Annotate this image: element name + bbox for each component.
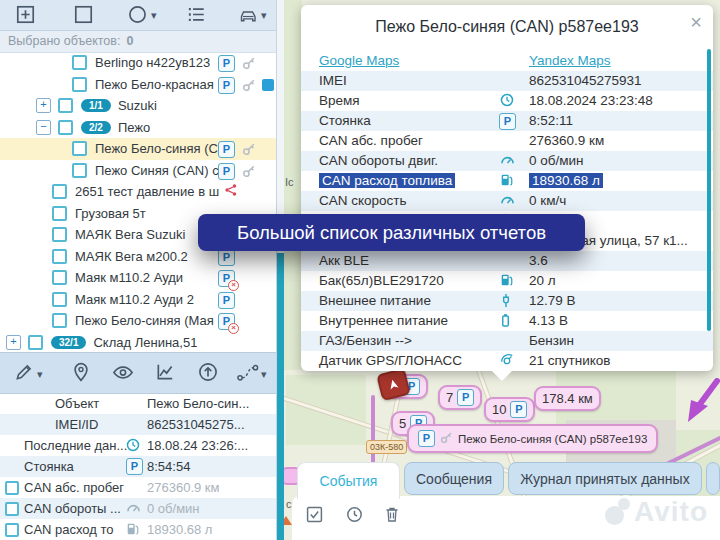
unit-row-pezho-belo-sinyaya-selected[interactable]: Пежо Бело-синяя (С P (0, 138, 276, 160)
cluster-count: 10 (492, 402, 506, 417)
unit-checkbox[interactable] (52, 227, 67, 242)
visibility-eye-icon[interactable] (112, 365, 134, 384)
distance-label: 178.4 км (542, 391, 593, 406)
chevron-down-icon[interactable]: ▾ (261, 368, 267, 381)
list-view-icon[interactable] (186, 5, 206, 28)
unit-checkbox[interactable] (52, 270, 67, 285)
collapse-icon[interactable]: − (36, 120, 51, 135)
tab-data-log[interactable]: Журнал принятых данных (508, 462, 702, 495)
detail-row-can-mileage[interactable]: CAN абс. пробег 276360.9 км (301, 131, 713, 151)
map-cluster-badge-10[interactable]: 10 P (484, 397, 535, 422)
unit-row-pezho-sinyaya[interactable]: Пежо Синяя (CAN) с P (0, 160, 276, 182)
detail-row-gas-petrol[interactable]: ГАЗ/Бензин --> Бензин (301, 331, 713, 351)
parking-icon[interactable]: P (218, 163, 235, 180)
detail-label: Бак(65л)BLE291720 (319, 273, 444, 288)
parking-icon[interactable]: P (218, 77, 235, 94)
detail-row-tank[interactable]: Бак(65л)BLE291720 20 л (301, 271, 713, 291)
tab-messages[interactable]: Сообщения (404, 462, 504, 495)
detail-row-parking[interactable]: Стоянка P 8:52:11 (301, 111, 713, 131)
detail-row-external-power[interactable]: Внешнее питание 12.79 В (301, 291, 713, 311)
group-row-pezho[interactable]: − 2/2 Пежо (0, 117, 276, 139)
unit-row-pezho-belo-krasnaya[interactable]: Пежо Бело-красная P (0, 74, 276, 96)
unit-row-berlingo[interactable]: Berlingo н422ув123 P (0, 52, 276, 74)
parking-icon[interactable]: P (218, 292, 235, 309)
sensor-checkbox[interactable] (5, 502, 19, 516)
unit-checkbox[interactable] (72, 141, 87, 156)
parking-off-icon[interactable]: P (218, 270, 235, 287)
group-checkbox[interactable] (58, 120, 73, 135)
map-cluster-badge-7[interactable]: 7 P (438, 385, 482, 410)
unit-checkbox[interactable] (52, 292, 67, 307)
select-square-icon[interactable] (74, 5, 93, 28)
group-row-sklad-lenina[interactable]: + 32/1 Склад Ленина,51 (0, 332, 276, 354)
unit-label: Пежо Бело-синяя (С (95, 141, 218, 156)
gauge-icon (500, 153, 515, 168)
unit-list: Berlingo н422ув123 P Пежо Бело-красная P… (0, 52, 276, 353)
detail-value: 21 спутников (529, 353, 611, 368)
unit-stats-table: Объект Пежо Бело-син... IMEI/ID 86253104… (0, 393, 276, 540)
history-clock-icon[interactable] (346, 506, 363, 527)
detail-row-internal-power[interactable]: Внутреннее питание 4.13 В (301, 311, 713, 331)
car-filter-icon[interactable] (238, 7, 259, 27)
unit-checkbox[interactable] (52, 313, 67, 328)
select-all-checkbox-icon[interactable] (306, 506, 323, 527)
group-checkbox[interactable] (28, 335, 43, 350)
sidebar-scrollbar[interactable] (277, 253, 284, 540)
detail-row-can-speed[interactable]: CAN скорость 0 км/ч (301, 191, 713, 211)
unit-actions-toolbar: ▾ ▾ (0, 352, 276, 394)
chevron-down-icon[interactable]: ▾ (261, 9, 267, 22)
unit-checkbox[interactable] (72, 163, 87, 178)
detail-row-gps-sensor[interactable]: Датчик GPS/ГЛОНАСС 21 спутников (301, 351, 713, 371)
trash-icon[interactable] (384, 506, 400, 527)
sensor-checkbox[interactable] (5, 523, 19, 537)
group-label: Пежо (118, 120, 150, 135)
detail-row-can-fuel-selected[interactable]: CAN расход топлива 18930.68 л (301, 171, 713, 191)
stat-value: 18930.68 л (147, 522, 212, 537)
send-command-icon[interactable] (198, 362, 218, 386)
google-maps-link[interactable]: Google Maps (319, 53, 399, 68)
chevron-down-icon[interactable]: ▾ (37, 368, 43, 381)
popup-scrollbar[interactable] (707, 49, 711, 331)
parking-icon[interactable]: P (218, 55, 235, 72)
parking-off-icon[interactable]: P (218, 313, 235, 330)
expand-icon[interactable]: + (36, 98, 51, 113)
select-circle-icon[interactable] (128, 5, 147, 28)
close-icon[interactable]: × (690, 12, 702, 32)
group-checkbox[interactable] (58, 98, 73, 113)
unit-row-pezho-belo-sinyaya-mayak[interactable]: Пежо Бело-синяя (Мая P (0, 310, 276, 332)
yandex-maps-link[interactable]: Yandex Maps (529, 53, 611, 68)
popup-detail-rows: Google Maps Yandex Maps IMEI 86253104527… (301, 51, 713, 371)
route-icon[interactable] (236, 364, 260, 385)
detail-row-akk-ble[interactable]: Акк BLE 3.6 (301, 251, 713, 271)
unit-row-2651-test[interactable]: 2651 тест давление в ш (0, 181, 276, 203)
unit-checkbox[interactable] (52, 184, 67, 199)
sensor-checkbox[interactable] (5, 481, 19, 495)
expand-icon[interactable]: + (6, 335, 21, 350)
tab-partial[interactable] (706, 462, 720, 495)
unit-row-mayak-m110-audi[interactable]: Маяк м110.2 Ауди P (0, 267, 276, 289)
location-pin-icon[interactable] (72, 362, 90, 386)
parking-icon[interactable]: P (218, 141, 235, 158)
add-unit-icon[interactable] (16, 5, 35, 28)
group-row-suzuki[interactable]: + 1/1 Suzuki (0, 95, 276, 117)
unit-checkbox[interactable] (72, 55, 87, 70)
detail-value: кая улица, 57 к1... (575, 233, 688, 248)
unit-checkbox[interactable] (52, 249, 67, 264)
cluster-count: 7 (446, 390, 453, 405)
edit-pencil-icon[interactable] (14, 362, 34, 386)
parking-icon[interactable]: P (218, 249, 235, 266)
detail-label: Время (319, 93, 360, 108)
tab-events[interactable]: События (297, 462, 400, 499)
unit-checkbox[interactable] (52, 206, 67, 221)
map-distance-badge[interactable]: 178.4 км (534, 386, 601, 411)
promo-banner: Большой список различных отчетов (198, 214, 585, 251)
unit-checkbox[interactable] (72, 77, 87, 92)
unit-row-mayak-m110-audi-2[interactable]: Маяк м110.2 Ауди 2 P (0, 289, 276, 311)
detail-row-can-rpm[interactable]: CAN обороты двиг. 0 об/мин (301, 151, 713, 171)
detail-label: Внутреннее питание (319, 313, 448, 328)
detail-row-time[interactable]: Время 18.08.2024 23:23:48 (301, 91, 713, 111)
chart-icon[interactable] (155, 362, 175, 386)
chevron-down-icon[interactable]: ▾ (151, 9, 157, 22)
map-unit-tooltip[interactable]: P Пежо Бело-синяя (CAN) p587ee193 (407, 424, 658, 453)
detail-row-imei[interactable]: IMEI 862531045275931 (301, 71, 713, 91)
